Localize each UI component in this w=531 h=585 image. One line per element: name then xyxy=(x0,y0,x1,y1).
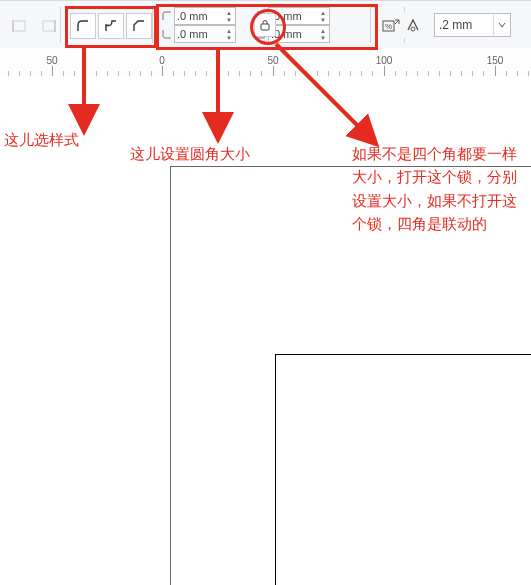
drawn-rectangle[interactable] xyxy=(275,354,531,585)
annotation-radius: 这儿设置圆角大小 xyxy=(130,142,250,165)
annotation-lock: 如果不是四个角都要一样大小，打开这个锁，分别设置大小，如果不打开这个锁，四角是联… xyxy=(352,142,524,235)
corner-bottom-left-input[interactable]: ▲▼ xyxy=(174,25,236,43)
separator xyxy=(370,7,371,43)
corner-style-chamfer-button[interactable] xyxy=(126,13,152,39)
corner-bottom-left-field[interactable] xyxy=(175,27,223,41)
corner-top-left-input[interactable]: ▲▼ xyxy=(174,7,236,25)
corner-style-round-button[interactable] xyxy=(70,13,96,39)
outline-width-input[interactable] xyxy=(434,13,511,37)
corner-top-right-input[interactable]: ▲▼ xyxy=(268,7,330,25)
svg-point-7 xyxy=(411,27,415,31)
spin-down-icon[interactable]: ▼ xyxy=(223,16,235,23)
spin-up-icon[interactable]: ▲ xyxy=(223,27,235,34)
ruler-label: 0 xyxy=(159,55,165,66)
corner-top-right-field[interactable] xyxy=(269,9,317,23)
svg-rect-2 xyxy=(43,21,55,31)
lock-icon xyxy=(259,19,271,31)
corner-bottom-right-field[interactable] xyxy=(269,27,317,41)
toolbar: ▲▼ ▲▼ ▲▼ xyxy=(0,0,531,50)
ruler-label: 100 xyxy=(376,55,393,66)
ruler-label: 50 xyxy=(267,55,278,66)
corner-style-scallop-button[interactable] xyxy=(98,13,124,39)
horizontal-ruler: 50050100150 xyxy=(0,48,531,77)
chevron-down-icon[interactable] xyxy=(493,15,510,35)
corner-top-left-field[interactable] xyxy=(175,9,223,23)
svg-rect-0 xyxy=(13,21,25,31)
outline-pen-icon[interactable] xyxy=(400,12,426,38)
spin-down-icon[interactable]: ▼ xyxy=(317,34,329,41)
corner-style-group xyxy=(70,13,152,39)
outline-width-group xyxy=(400,13,511,37)
corner-bottom-right-input[interactable]: ▲▼ xyxy=(268,25,330,43)
corner-top-left-icon xyxy=(160,7,174,25)
align-right-icon[interactable] xyxy=(36,13,62,39)
svg-text:%: % xyxy=(385,22,392,31)
corner-bottom-left-icon xyxy=(160,25,174,43)
align-group xyxy=(6,13,62,39)
separator xyxy=(60,7,61,43)
spin-up-icon[interactable]: ▲ xyxy=(223,9,235,16)
outline-width-field[interactable] xyxy=(435,15,493,35)
spin-down-icon[interactable]: ▼ xyxy=(223,34,235,41)
spin-up-icon[interactable]: ▲ xyxy=(317,9,329,16)
svg-rect-4 xyxy=(261,24,269,30)
spin-up-icon[interactable]: ▲ xyxy=(317,27,329,34)
annotation-style: 这儿选样式 xyxy=(4,128,79,151)
lock-corners-button[interactable] xyxy=(254,13,276,37)
align-left-icon[interactable] xyxy=(6,13,32,39)
ruler-label: 150 xyxy=(487,55,504,66)
spin-down-icon[interactable]: ▼ xyxy=(317,16,329,23)
ruler-label: 50 xyxy=(46,55,57,66)
separator xyxy=(152,7,153,43)
